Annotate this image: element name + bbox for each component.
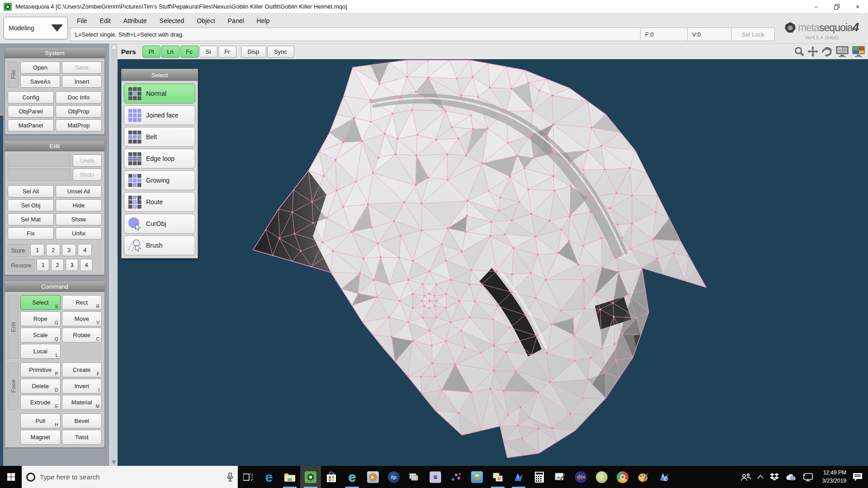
task-view-button[interactable] <box>238 466 259 488</box>
sync-button[interactable]: Sync <box>267 46 294 58</box>
microphone-icon[interactable] <box>227 473 233 482</box>
helmet-mesh[interactable] <box>118 59 868 466</box>
pull-command-button[interactable]: PullH <box>20 413 61 428</box>
pepakura-viewer-taskbar-icon[interactable] <box>654 466 675 488</box>
onedrive-tray-icon[interactable] <box>785 474 796 481</box>
undo-button[interactable]: Undo <box>73 155 102 167</box>
select-object-button[interactable]: Sel Obj <box>8 199 54 211</box>
select-mode-normal[interactable]: Normal <box>124 84 195 103</box>
quad-view-icon[interactable] <box>852 46 865 57</box>
restore-button[interactable] <box>826 0 847 14</box>
network-share-taskbar-icon[interactable] <box>446 466 467 488</box>
paint-taskbar-icon[interactable] <box>550 466 571 488</box>
media-player-taskbar-icon[interactable]: ▶ <box>363 466 383 488</box>
create-command-button[interactable]: CreateF <box>62 362 102 377</box>
fix-button[interactable]: Fix <box>8 227 54 239</box>
store-slot-2[interactable]: 2 <box>46 244 60 256</box>
search-input[interactable] <box>40 473 222 481</box>
zoom-tool-icon[interactable] <box>794 46 805 57</box>
edit-panel-header[interactable]: Edit <box>5 141 104 151</box>
toggle-fr-button[interactable]: Fr <box>218 46 236 58</box>
select-mode-joined-face[interactable]: Joined face <box>124 105 195 125</box>
saveas-button[interactable]: SaveAs <box>20 75 60 88</box>
magnet-command-button[interactable]: Magnet <box>20 430 61 445</box>
restore-slot-3[interactable]: 3 <box>66 259 78 271</box>
pepakura-designer-taskbar-icon[interactable] <box>508 466 529 488</box>
matprop-button[interactable]: MatProp <box>56 119 102 131</box>
store-slot-4[interactable]: 4 <box>78 244 92 256</box>
people-icon[interactable] <box>741 473 751 481</box>
scale-command-button[interactable]: ScaleQ <box>20 328 61 343</box>
select-mode-route[interactable]: Route <box>124 192 195 212</box>
config-button[interactable]: Config <box>8 91 54 103</box>
store-slot-1[interactable]: 1 <box>30 244 44 256</box>
palette-app-taskbar-icon[interactable] <box>633 466 654 488</box>
toggle-faces-button[interactable]: Fc <box>180 46 198 58</box>
menu-help[interactable]: Help <box>251 16 275 26</box>
music-app-taskbar-icon[interactable]: ♪ <box>591 466 612 488</box>
select-command-button[interactable]: SelectS <box>20 295 61 310</box>
docinfo-button[interactable]: Doc Info <box>56 91 102 103</box>
scroll-up-arrow-icon[interactable] <box>112 45 116 49</box>
select-material-button[interactable]: Sel Mat <box>8 213 54 225</box>
scroll-down-arrow-icon[interactable] <box>112 460 116 465</box>
disp-button[interactable]: Disp <box>241 46 266 58</box>
taskbar-clock[interactable]: 12:49 PM 3/23/2019 <box>820 469 846 485</box>
chrome-taskbar-icon[interactable] <box>612 466 633 488</box>
mode-dropdown[interactable]: Modeling <box>4 17 68 39</box>
minimize-button[interactable]: − <box>806 0 826 14</box>
rect-command-button[interactable]: RectR <box>62 295 102 310</box>
matpanel-button[interactable]: MatPanel <box>8 119 54 131</box>
menu-file[interactable]: File <box>71 16 93 26</box>
unfix-button[interactable]: Unfix <box>56 227 102 239</box>
microsoft-store-taskbar-icon[interactable] <box>321 466 342 488</box>
device-tool-taskbar-icon[interactable]: ▦ <box>425 466 446 488</box>
delete-command-button[interactable]: DeleteD <box>20 379 61 394</box>
objpanel-button[interactable]: ObjPanel <box>8 105 54 117</box>
extrude-command-button[interactable]: ExtrudeE <box>20 395 61 410</box>
hide-button[interactable]: Hide <box>56 199 102 211</box>
rope-command-button[interactable]: RopeG <box>20 311 61 326</box>
select-mode-curobj[interactable]: CurObj <box>124 214 195 234</box>
toggle-points-button[interactable]: Pt <box>142 46 160 58</box>
toggle-si-button[interactable]: Si <box>199 46 217 58</box>
file-explorer-taskbar-icon[interactable] <box>279 466 300 488</box>
objprop-button[interactable]: ObjProp <box>56 105 102 117</box>
material-command-button[interactable]: MaterialM <box>62 395 102 410</box>
twist-command-button[interactable]: Twist <box>62 430 102 445</box>
select-mode-belt[interactable]: Belt <box>124 127 195 147</box>
sel-lock-button[interactable]: Sel Lock <box>731 28 775 41</box>
network-display-tray-icon[interactable] <box>802 473 813 481</box>
unselect-all-button[interactable]: Unsel All <box>56 185 102 197</box>
3d-viewport[interactable]: Select Normal Joined face Belt Edge loop… <box>118 59 868 466</box>
menu-edit[interactable]: Edit <box>94 16 116 26</box>
system-panel-header[interactable]: System <box>5 47 104 58</box>
select-mode-growing[interactable]: Growing <box>124 170 195 190</box>
menu-panel[interactable]: Panel <box>222 16 250 26</box>
rotate-command-button[interactable]: RotateC <box>62 328 102 343</box>
panel-scroll-strip[interactable] <box>110 43 118 466</box>
insert-button[interactable]: Insert <box>62 75 102 88</box>
toggle-lines-button[interactable]: Ln <box>161 46 179 58</box>
menu-attribute[interactable]: Attribute <box>118 16 152 26</box>
metasequoia-taskbar-icon[interactable] <box>300 466 321 488</box>
view-mode-label[interactable]: Pers <box>121 48 136 56</box>
move-command-button[interactable]: MoveV <box>62 311 102 326</box>
action-center-icon[interactable] <box>853 473 863 482</box>
show-button[interactable]: Show <box>56 213 102 225</box>
photo-gallery-taskbar-icon[interactable] <box>487 466 508 488</box>
command-panel-header[interactable]: Command <box>5 281 104 292</box>
menu-selected[interactable]: Selected <box>154 16 189 26</box>
hp-taskbar-icon[interactable]: hp <box>383 466 404 488</box>
rotate-tool-icon[interactable] <box>821 46 833 57</box>
select-all-button[interactable]: Sel All <box>8 185 54 197</box>
close-button[interactable]: × <box>847 0 868 14</box>
primitive-command-button[interactable]: PrimitiveP <box>20 362 61 377</box>
dropbox-tray-icon[interactable] <box>770 473 779 481</box>
open-button[interactable]: Open <box>20 61 60 74</box>
internet-explorer-taskbar-icon[interactable]: e <box>342 466 363 488</box>
menu-object[interactable]: Object <box>191 16 220 26</box>
redo-button[interactable]: Redo <box>73 169 102 181</box>
pan-tool-icon[interactable] <box>807 46 818 57</box>
store-slot-3[interactable]: 3 <box>62 244 76 256</box>
